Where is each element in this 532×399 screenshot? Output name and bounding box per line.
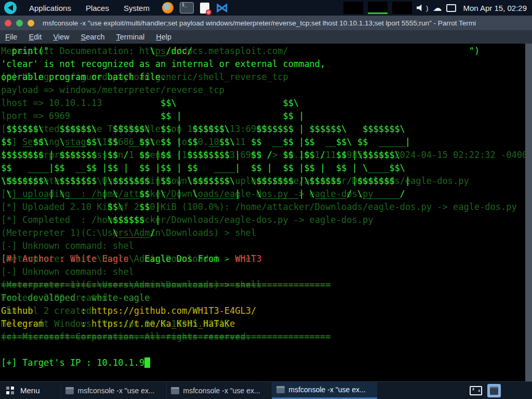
taskbar-window-button-3[interactable]: msfconsole -x "use ex... (272, 382, 377, 399)
terminal-line (1, 265, 480, 278)
maximize-button[interactable] (16, 20, 23, 26)
taskbar: Menu msfconsole -x "use ex...msfconsole … (0, 381, 532, 399)
terminal-line: ========================================… (1, 278, 480, 291)
menu-applications[interactable]: Applications (22, 4, 78, 12)
terminal-line: $$ __$$\ \____$$\ $$ __$$\ $$ | $$ __$$\… (1, 136, 480, 149)
document-icon[interactable]: ⊘ (200, 3, 209, 14)
menubar-item-file[interactable]: File (0, 33, 23, 41)
taskbar-window-button-1[interactable]: msfconsole -x "use ex... (61, 382, 166, 399)
workspace-2-active[interactable] (368, 2, 388, 14)
terminal-line: [+] Target's IP : 10.10.1.9 (1, 356, 480, 369)
terminal-scrollbar[interactable] (525, 44, 532, 382)
menu-grid-icon (6, 387, 14, 394)
terminal-line: Telegram : https://t.me/Ka_KsHi_HaTaKe (1, 317, 480, 330)
terminal-line: $$ | $$ | (1, 110, 480, 123)
workspace-1[interactable] (343, 2, 363, 14)
terminal-line: $$\ $$\ (1, 97, 480, 110)
volume-wave-icon: ) (426, 4, 428, 12)
system-tray: zz (470, 382, 532, 399)
terminal-mini-icon (490, 387, 498, 395)
taskbar-window-label: msfconsole -x "use ex... (183, 387, 260, 395)
minimize-button[interactable] (28, 20, 34, 26)
terminal-window-icon (171, 387, 179, 394)
blocked-badge-icon: ⊘ (206, 9, 211, 15)
clock: Mon Apr 15, 02:29 (463, 4, 527, 12)
terminal-line (1, 343, 480, 356)
terminal-line: \______/ (1, 227, 480, 240)
terminal-tray-icon[interactable] (487, 384, 501, 397)
terminal-output[interactable]: Metasploit Documentation: https://docs.m… (0, 44, 525, 382)
start-menu-button[interactable]: Menu (0, 382, 49, 399)
terminal-launcher-icon[interactable]: $_ (180, 2, 194, 14)
menubar-item-view[interactable]: View (47, 33, 75, 41)
keyboard-indicator-icon[interactable]: zz (470, 386, 482, 395)
terminal-line: print(" \__/doc/ ") (1, 45, 480, 58)
panel-right: ) ☁ Mon Apr 15, 02:29 (343, 2, 532, 14)
taskbar-window-button-2[interactable]: msfconsole -x "use ex... (166, 382, 272, 399)
window-titlebar[interactable]: msfconsole -x "use exploit/multi/handler… (0, 16, 532, 30)
menu-places[interactable]: Places (78, 4, 116, 12)
menubar-item-edit[interactable]: Edit (23, 33, 47, 41)
display-icon[interactable] (446, 4, 456, 12)
terminal-line: \_______| \_______| \____$$ |\__| \_____… (1, 188, 480, 201)
terminal-line: $$$$$$\ $$$$$$\ $$$$$$\ $$ | $$$$$$\ $$$… (1, 123, 480, 136)
terminal-line: $$\ $$ | (1, 201, 480, 214)
terminal-line: ========================================… (1, 330, 480, 343)
terminal-line: operable program or batch file. (1, 71, 480, 84)
terminal-line (1, 240, 480, 252)
parrot-logo-icon[interactable] (4, 2, 17, 14)
window-menubar: FileEditViewSearchTerminalHelp (0, 30, 532, 44)
terminal-line: [#] Author : White Eagle Eagle Dos From … (1, 252, 480, 265)
menubar-item-help[interactable]: Help (150, 33, 177, 41)
workspace-3[interactable] (392, 2, 412, 14)
vscode-icon[interactable]: ⋈ (216, 2, 228, 14)
terminal-line: \$$$$$$ | (1, 214, 480, 227)
terminal-line: $$$$$$$$ | $$$$$$$ |$$ / $$ |$$ | $$$$$$… (1, 149, 480, 162)
terminal-line: Tool devoloped : white-eagle (1, 291, 480, 304)
menu-system[interactable]: System (116, 4, 157, 12)
cloud-sync-icon[interactable]: ☁ (433, 3, 442, 14)
menu-label: Menu (20, 386, 40, 395)
window-title: msfconsole -x "use exploit/multi/handler… (43, 19, 531, 27)
volume-icon[interactable] (417, 4, 424, 11)
terminal-line: Github : https://github.com/WH1T3-E4GL3/ (1, 304, 480, 317)
terminal-line (1, 84, 480, 97)
desktop: Applications Places System $_ ⊘ ⋈ ) ☁ Mo… (0, 0, 532, 399)
task-list: msfconsole -x "use ex...msfconsole -x "u… (61, 382, 377, 399)
menubar-item-terminal[interactable]: Terminal (111, 33, 151, 41)
close-button[interactable] (5, 20, 11, 26)
launcher-icons: $_ ⊘ ⋈ (162, 2, 228, 14)
terminal-text-layer: print(" \__/doc/ ")'clear' is not recogn… (1, 45, 480, 369)
top-panel: Applications Places System $_ ⊘ ⋈ ) ☁ Mo… (0, 0, 532, 16)
terminal-window-icon (65, 387, 74, 394)
firefox-icon[interactable] (162, 2, 174, 14)
terminal-window-icon (276, 386, 285, 393)
menubar-item-search[interactable]: Search (75, 33, 111, 41)
terminal-line: 'clear' is not recognized as an internal… (1, 58, 480, 71)
terminal-line: \$$$$$$$\ \$$$$$$$ |\$$$$$$$ |$$ | \$$$$… (1, 175, 480, 188)
taskbar-window-label: msfconsole -x "use ex... (78, 387, 155, 395)
terminal-line: $$ ____|$$ __$$ |$$ | $$ |$$ | $$ ____| … (1, 162, 480, 175)
taskbar-window-label: msfconsole -x "use ex... (289, 385, 366, 394)
